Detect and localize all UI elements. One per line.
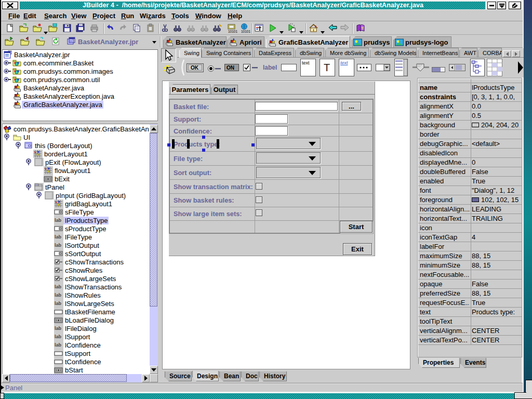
svg-text:lab: lab [55,326,62,331]
svg-text:lab: lab [55,334,62,339]
svg-text:?: ? [361,26,364,31]
svg-text:text: text [340,60,348,65]
svg-text:lab: lab [55,243,62,248]
svg-text:lab: lab [55,301,62,306]
svg-text:lab: lab [55,234,62,240]
svg-text:OK: OK [191,65,199,71]
svg-text:lab: lab [55,284,62,289]
svg-text:lab: lab [55,342,62,348]
svg-text:ON: ON [227,65,234,71]
svg-text:text: text [302,60,310,65]
svg-text:T: T [324,62,330,73]
svg-text:lab: lab [55,218,62,223]
svg-text:10101: 10101 [228,30,237,33]
svg-text:10101: 10101 [241,30,250,33]
svg-text:lab: lab [55,292,62,298]
